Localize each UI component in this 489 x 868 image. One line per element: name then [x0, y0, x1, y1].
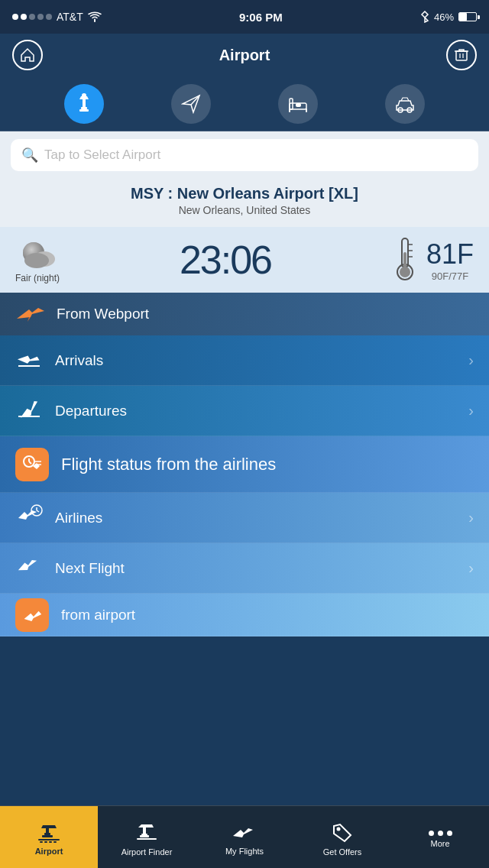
- content-area: 🔍 Tap to Select Airport MSY : New Orlean…: [0, 131, 489, 805]
- delete-button[interactable]: [446, 40, 477, 70]
- svg-rect-37: [49, 841, 52, 843]
- signal-dot-4: [37, 14, 44, 20]
- signal-dots: [12, 14, 52, 20]
- page-title: Airport: [219, 47, 270, 64]
- car-icon: [394, 95, 416, 113]
- tab-more[interactable]: More: [391, 806, 489, 868]
- tab-more-label: More: [430, 839, 449, 848]
- departures-chevron: ›: [468, 402, 474, 419]
- next-flight-plane-icon: [16, 555, 42, 576]
- tab-more-icon: [429, 831, 452, 836]
- airlines-menu-item[interactable]: Airlines ›: [0, 493, 489, 543]
- svg-rect-0: [456, 51, 467, 60]
- nav-airport-btn[interactable]: [64, 84, 104, 124]
- tab-offers-label: Get Offers: [323, 847, 362, 857]
- from-airport-badge: [15, 598, 49, 632]
- flight-status-badge: [15, 448, 49, 481]
- departures-label: Departures: [55, 403, 456, 419]
- search-icon: 🔍: [21, 147, 38, 164]
- weather-temp: 81F 90F/77F: [391, 237, 474, 283]
- airport-info: MSY : New Orleans Airport [XL] New Orlea…: [0, 179, 489, 227]
- svg-rect-33: [42, 835, 53, 837]
- flight-status-label: Flight status from the airlines: [61, 455, 474, 474]
- signal-dot-5: [46, 14, 52, 20]
- tab-flights-label: My Flights: [225, 847, 264, 856]
- from-webport-section: From Webport: [0, 293, 489, 335]
- arrivals-label: Arrivals: [55, 352, 456, 369]
- home-icon: [20, 47, 35, 63]
- weather-time: 23:06: [180, 237, 271, 283]
- weather-cloud-icon: [17, 236, 58, 270]
- nav-send-btn[interactable]: [171, 84, 211, 124]
- plane-landing-icon: [17, 347, 41, 368]
- send-plane-icon: [181, 94, 201, 114]
- svg-rect-34: [38, 839, 60, 840]
- search-input-wrap[interactable]: 🔍 Tap to Select Airport: [11, 139, 478, 171]
- app-header: Airport: [0, 34, 489, 76]
- arrivals-menu-item[interactable]: Arrivals ›: [0, 335, 489, 386]
- next-flight-chevron: ›: [468, 559, 474, 577]
- signal-dot-3: [29, 14, 35, 20]
- tab-airport[interactable]: Airport: [0, 806, 98, 868]
- svg-point-5: [82, 93, 86, 98]
- signal-dot-2: [21, 14, 27, 20]
- nav-hotel-btn[interactable]: [278, 84, 318, 124]
- arrivals-chevron: ›: [468, 351, 474, 369]
- from-airport-menu-item[interactable]: from airport: [0, 594, 489, 636]
- airlines-label: Airlines: [55, 510, 456, 526]
- from-airport-icon: [21, 604, 43, 626]
- svg-rect-41: [141, 834, 147, 835]
- flight-status-menu-item[interactable]: Flight status from the airlines: [0, 436, 489, 493]
- tab-finder-icon: [135, 823, 158, 844]
- svg-rect-32: [44, 833, 50, 835]
- svg-rect-38: [53, 841, 57, 843]
- status-right: 46%: [420, 11, 477, 23]
- next-flight-label: Next Flight: [55, 560, 456, 577]
- tower-icon: [73, 93, 95, 115]
- signal-dot-1: [12, 14, 18, 20]
- svg-line-26: [29, 462, 31, 464]
- tab-flights-icon: [232, 824, 257, 844]
- svg-rect-4: [79, 109, 89, 112]
- battery-icon: [458, 12, 477, 21]
- wifi-icon: [88, 11, 102, 22]
- next-flight-icon: [15, 555, 43, 581]
- airport-code-name: MSY : New Orleans Airport [XL]: [12, 185, 477, 202]
- departures-menu-item[interactable]: Departures ›: [0, 386, 489, 436]
- tab-my-flights[interactable]: My Flights: [196, 806, 293, 868]
- search-section: 🔍 Tap to Select Airport: [0, 131, 489, 179]
- plane-departure-icon: [17, 397, 41, 419]
- svg-point-18: [400, 267, 410, 277]
- airport-location: New Orleans, United States: [12, 204, 477, 216]
- svg-line-29: [37, 510, 39, 512]
- home-button[interactable]: [12, 40, 43, 70]
- svg-rect-42: [140, 835, 149, 837]
- svg-point-44: [337, 827, 341, 831]
- tab-airport-label: Airport: [35, 847, 63, 856]
- temp-range: 90F/77F: [426, 270, 474, 282]
- from-airport-label: from airport: [61, 607, 474, 623]
- tab-get-offers[interactable]: Get Offers: [293, 806, 391, 868]
- airplane-clock-icon: [15, 504, 43, 526]
- status-left: AT&T: [12, 11, 102, 23]
- svg-rect-3: [81, 107, 87, 109]
- tab-bar: Airport Airport Finder My Flights Get Of…: [0, 805, 489, 868]
- hotel-bed-icon: [288, 94, 308, 114]
- tab-finder-label: Airport Finder: [121, 847, 173, 857]
- svg-rect-35: [40, 841, 43, 843]
- weather-condition: Fair (night): [15, 236, 60, 283]
- weather-description: Fair (night): [15, 273, 60, 283]
- status-time: 9:06 PM: [239, 11, 283, 24]
- tab-airport-finder[interactable]: Airport Finder: [98, 806, 196, 868]
- next-flight-menu-item[interactable]: Next Flight ›: [0, 543, 489, 594]
- departures-plane-icon: [15, 397, 43, 424]
- battery-percent: 46%: [434, 11, 454, 23]
- bird-icon: [15, 303, 46, 325]
- temp-info: 81F 90F/77F: [426, 238, 474, 282]
- svg-point-14: [24, 253, 49, 268]
- thermometer-icon: [391, 237, 419, 283]
- svg-rect-8: [296, 103, 301, 107]
- nav-car-btn[interactable]: [385, 84, 425, 124]
- carrier-label: AT&T: [57, 11, 83, 23]
- airlines-chevron: ›: [468, 509, 474, 526]
